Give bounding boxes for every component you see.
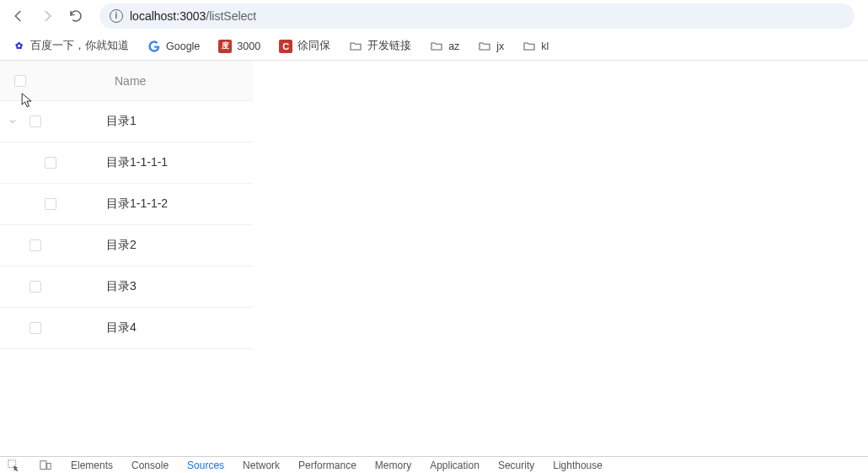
row-checkbox[interactable] xyxy=(29,322,41,334)
baidu-icon: ✿ xyxy=(12,40,25,53)
expand-toggle[interactable] xyxy=(0,116,25,126)
devtools-tab-console[interactable]: Console xyxy=(131,460,169,471)
bookmark-3000[interactable]: 度 3000 xyxy=(215,38,264,55)
bookmark-label: 徐同保 xyxy=(297,39,330,53)
reload-icon xyxy=(68,8,83,24)
bookmark-baidu[interactable]: ✿ 百度一下，你就知道 xyxy=(8,37,132,55)
column-header-name[interactable]: Name xyxy=(115,74,146,88)
header-checkbox-col xyxy=(10,75,30,87)
bookmark-label: Google xyxy=(166,40,200,52)
nav-forward-button[interactable] xyxy=(35,4,59,28)
row-checkbox[interactable] xyxy=(29,281,41,293)
bookmark-label: az xyxy=(448,40,459,52)
bookmark-label: 百度一下，你就知道 xyxy=(30,39,129,53)
row-label: 目录4 xyxy=(106,320,137,336)
select-all-checkbox[interactable] xyxy=(14,75,26,87)
devtools-inspect-icon[interactable] xyxy=(7,459,20,472)
devtools-tab-elements[interactable]: Elements xyxy=(71,460,113,471)
arrow-right-icon xyxy=(40,8,55,24)
arrow-left-icon xyxy=(11,8,26,24)
svg-rect-1 xyxy=(40,460,46,469)
row-label: 目录1-1-1-2 xyxy=(106,196,168,212)
bookmark-folder-jx[interactable]: jx xyxy=(474,38,507,55)
xtb-icon: C xyxy=(279,40,292,53)
bookmark-label: kl xyxy=(541,40,549,52)
row-label: 目录2 xyxy=(106,238,137,253)
row-checkbox[interactable] xyxy=(45,198,56,210)
folder-icon xyxy=(430,40,443,53)
address-text: localhost:3003/listSelect xyxy=(130,9,256,23)
devtools-tab-application[interactable]: Application xyxy=(430,460,480,471)
bookmark-google[interactable]: Google xyxy=(144,38,203,55)
row-label: 目录1-1-1-1 xyxy=(106,155,168,170)
bookmark-folder-kl[interactable]: kl xyxy=(519,38,552,55)
bookmark-folder-az[interactable]: az xyxy=(426,38,463,55)
tree-row[interactable]: 目录3 xyxy=(0,266,253,308)
red-3000-icon: 度 xyxy=(218,40,232,53)
nav-back-button[interactable] xyxy=(7,4,30,28)
tree-row[interactable]: 目录4 xyxy=(0,308,253,349)
row-checkbox[interactable] xyxy=(45,157,56,169)
devtools-device-icon[interactable] xyxy=(39,459,52,472)
browser-toolbar: i localhost:3003/listSelect xyxy=(0,0,868,32)
devtools-tab-security[interactable]: Security xyxy=(498,460,534,471)
svg-rect-2 xyxy=(47,463,51,469)
folder-icon xyxy=(349,40,362,53)
devtools-tab-memory[interactable]: Memory xyxy=(375,460,411,471)
tree-row[interactable]: 目录2 xyxy=(0,225,253,266)
tree-row[interactable]: 目录1-1-1-1 xyxy=(0,142,253,184)
chevron-down-icon xyxy=(8,116,18,126)
devtools-tab-sources[interactable]: Sources xyxy=(187,460,224,471)
row-checkbox[interactable] xyxy=(29,239,41,251)
reload-button[interactable] xyxy=(64,4,88,28)
site-info-icon[interactable]: i xyxy=(110,9,123,23)
folder-icon xyxy=(478,40,491,53)
row-label: 目录1 xyxy=(106,114,137,129)
page-content: Name 目录1 目录1-1-1-1 目录1-1-1-2 目录2 目录3 目录4 xyxy=(0,61,868,349)
devtools-tab-lighthouse[interactable]: Lighthouse xyxy=(553,460,603,471)
devtools-tabbar: Elements Console Sources Network Perform… xyxy=(0,456,868,473)
table-header: Name xyxy=(0,61,253,101)
devtools-tab-network[interactable]: Network xyxy=(243,460,280,471)
row-label: 目录3 xyxy=(106,279,137,294)
bookmark-label: 3000 xyxy=(237,40,260,52)
bookmark-label: jx xyxy=(496,40,504,52)
tree-row[interactable]: 目录1 xyxy=(0,101,253,142)
bookmark-label: 开发链接 xyxy=(367,39,411,53)
devtools-tab-performance[interactable]: Performance xyxy=(298,460,356,471)
bookmark-folder-devlinks[interactable]: 开发链接 xyxy=(346,37,415,55)
folder-icon xyxy=(522,40,536,53)
google-icon xyxy=(147,40,161,53)
bookmarks-bar: ✿ 百度一下，你就知道 Google 度 3000 C 徐同保 开发链接 az … xyxy=(0,32,868,61)
tree-row[interactable]: 目录1-1-1-2 xyxy=(0,184,253,225)
row-checkbox[interactable] xyxy=(29,116,41,127)
bookmark-xutongbao[interactable]: C 徐同保 xyxy=(276,37,334,55)
address-bar[interactable]: i localhost:3003/listSelect xyxy=(99,3,855,29)
